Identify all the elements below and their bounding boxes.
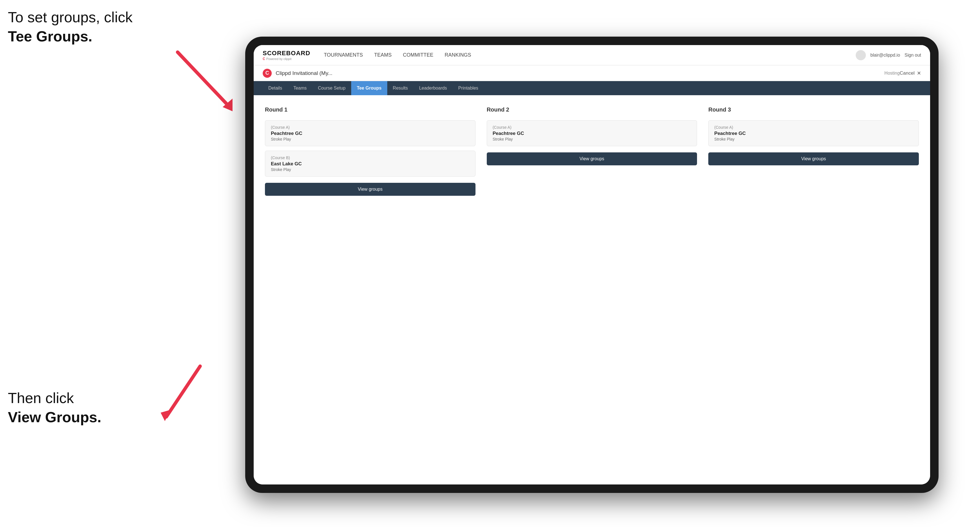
tournament-bar: C Clippd Invitational (My... Hosting Can… bbox=[254, 65, 930, 81]
tab-tee-groups[interactable]: Tee Groups bbox=[351, 81, 387, 95]
round-3-course-a-card: (Course A) Peachtree GC Stroke Play bbox=[708, 120, 919, 146]
round-1-course-a-card: (Course A) Peachtree GC Stroke Play bbox=[265, 120, 476, 146]
cancel-button[interactable]: Cancel bbox=[900, 70, 915, 76]
round-3-column: Round 3 (Course A) Peachtree GC Stroke P… bbox=[708, 106, 919, 196]
round-2-course-a-name: Peachtree GC bbox=[493, 131, 691, 137]
round-1-course-b-label: (Course B) bbox=[271, 156, 469, 160]
round-3-course-a-name: Peachtree GC bbox=[714, 131, 913, 137]
round-3-course-a-format: Stroke Play bbox=[714, 137, 913, 141]
tab-course-setup[interactable]: Course Setup bbox=[312, 81, 351, 95]
tablet-screen: SCOREBOARD C Powered by clippit TOURNAME… bbox=[254, 45, 930, 484]
round-1-view-groups-button[interactable]: View groups bbox=[265, 183, 476, 196]
logo-sub: C Powered by clippit bbox=[262, 57, 310, 61]
round-2-course-a-format: Stroke Play bbox=[493, 137, 691, 141]
nav-tournaments[interactable]: TOURNAMENTS bbox=[324, 52, 363, 58]
svg-line-2 bbox=[166, 366, 200, 417]
top-nav-right: blair@clippd.io Sign out bbox=[856, 50, 921, 60]
round-2-title: Round 2 bbox=[487, 106, 697, 113]
user-avatar bbox=[856, 50, 866, 60]
tab-results[interactable]: Results bbox=[387, 81, 414, 95]
tab-printables[interactable]: Printables bbox=[453, 81, 484, 95]
instruction-top: To set groups, click Tee Groups. bbox=[8, 8, 132, 46]
tab-bar: Details Teams Course Setup Tee Groups Re… bbox=[254, 81, 930, 95]
round-2-column: Round 2 (Course A) Peachtree GC Stroke P… bbox=[487, 106, 697, 196]
round-2-course-a-label: (Course A) bbox=[493, 125, 691, 130]
nav-teams[interactable]: TEAMS bbox=[374, 52, 392, 58]
instruction-bottom-line1: Then click bbox=[8, 390, 74, 406]
tablet-device: SCOREBOARD C Powered by clippit TOURNAME… bbox=[245, 37, 939, 493]
nav-links: TOURNAMENTS TEAMS COMMITTEE RANKINGS bbox=[324, 52, 856, 58]
nav-committee[interactable]: COMMITTEE bbox=[403, 52, 433, 58]
logo-text: SCOREBOARD bbox=[262, 49, 310, 57]
round-1-course-b-format: Stroke Play bbox=[271, 167, 469, 172]
instruction-top-line1: To set groups, click bbox=[8, 9, 132, 25]
round-1-column: Round 1 (Course A) Peachtree GC Stroke P… bbox=[265, 106, 476, 196]
tournament-icon: C bbox=[262, 69, 272, 78]
instruction-bottom: Then click View Groups. bbox=[8, 389, 101, 427]
round-3-view-groups-button[interactable]: View groups bbox=[708, 152, 919, 165]
arrow-view-groups bbox=[150, 360, 223, 434]
sign-out-link[interactable]: Sign out bbox=[904, 53, 921, 58]
nav-rankings[interactable]: RANKINGS bbox=[445, 52, 471, 58]
tab-details[interactable]: Details bbox=[262, 81, 288, 95]
rounds-grid: Round 1 (Course A) Peachtree GC Stroke P… bbox=[265, 106, 919, 196]
round-1-title: Round 1 bbox=[265, 106, 476, 113]
top-nav: SCOREBOARD C Powered by clippit TOURNAME… bbox=[254, 45, 930, 65]
logo-area: SCOREBOARD C Powered by clippit bbox=[262, 49, 310, 61]
tournament-hosting: Hosting bbox=[885, 71, 900, 76]
round-3-title: Round 3 bbox=[708, 106, 919, 113]
logo-subtext: Powered by clippit bbox=[266, 57, 291, 60]
logo-c-icon: C bbox=[262, 57, 265, 61]
tournament-name: Clippd Invitational (My... bbox=[276, 70, 882, 76]
tab-leaderboards[interactable]: Leaderboards bbox=[414, 81, 453, 95]
round-2-view-groups-button[interactable]: View groups bbox=[487, 152, 697, 165]
round-1-course-b-card: (Course B) East Lake GC Stroke Play bbox=[265, 151, 476, 176]
round-2-course-a-card: (Course A) Peachtree GC Stroke Play bbox=[487, 120, 697, 146]
tab-teams[interactable]: Teams bbox=[288, 81, 312, 95]
tee-groups-highlight: Tee Groups. bbox=[8, 28, 92, 44]
round-1-course-a-format: Stroke Play bbox=[271, 137, 469, 141]
arrow-tee-groups bbox=[172, 46, 245, 120]
view-groups-highlight: View Groups. bbox=[8, 409, 101, 425]
content-area: Round 1 (Course A) Peachtree GC Stroke P… bbox=[254, 95, 930, 484]
user-email: blair@clippd.io bbox=[870, 53, 900, 58]
round-3-course-a-label: (Course A) bbox=[714, 125, 913, 130]
round-1-course-b-name: East Lake GC bbox=[271, 161, 469, 167]
svg-line-0 bbox=[178, 52, 228, 106]
cancel-x[interactable]: ✕ bbox=[917, 70, 921, 76]
round-1-course-a-name: Peachtree GC bbox=[271, 131, 469, 137]
round-1-course-a-label: (Course A) bbox=[271, 125, 469, 130]
